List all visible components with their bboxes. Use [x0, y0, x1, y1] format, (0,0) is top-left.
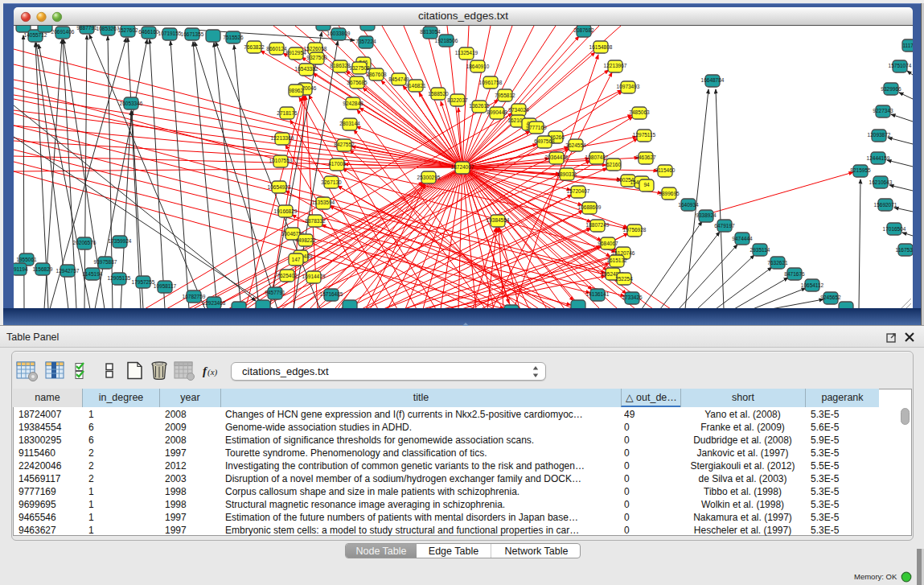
- svg-text:9115460: 9115460: [655, 167, 676, 173]
- svg-text:15692071: 15692071: [874, 202, 897, 208]
- svg-text:18807249: 18807249: [586, 222, 610, 228]
- svg-text:11353594: 11353594: [312, 200, 335, 205]
- svg-text:15226058: 15226058: [304, 46, 327, 51]
- svg-text:3267130: 3267130: [321, 179, 342, 185]
- svg-text:19166829: 19166829: [274, 208, 298, 214]
- svg-text:10654923: 10654923: [268, 184, 291, 190]
- svg-text:9245652: 9245652: [820, 295, 841, 300]
- svg-text:2935114: 2935114: [750, 247, 770, 253]
- svg-text:2803144: 2803144: [339, 121, 360, 126]
- svg-text:11325419: 11325419: [455, 50, 478, 56]
- svg-text:12975115: 12975115: [633, 132, 656, 138]
- svg-text:19756928: 19756928: [623, 227, 647, 233]
- svg-text:1167533: 1167533: [896, 247, 913, 253]
- svg-text:1615132: 1615132: [606, 257, 627, 263]
- svg-text:6497568: 6497568: [534, 138, 555, 144]
- svg-text:2087682: 2087682: [573, 27, 594, 33]
- svg-text:8990448: 8990448: [487, 109, 507, 115]
- svg-text:7485063: 7485063: [629, 109, 650, 115]
- svg-text:14136141: 14136141: [586, 291, 610, 297]
- svg-text:7515526: 7515526: [223, 35, 244, 40]
- svg-text:10107553: 10107553: [269, 158, 293, 163]
- svg-text:10719155: 10719155: [158, 31, 182, 36]
- svg-text:62160: 62160: [606, 162, 621, 167]
- svg-text:16210643: 16210643: [869, 179, 893, 185]
- svg-text:26053346: 26053346: [120, 101, 143, 106]
- svg-text:17957255: 17957255: [132, 279, 155, 285]
- svg-text:147: 147: [292, 257, 301, 262]
- svg-text:8322037: 8322037: [447, 97, 468, 103]
- svg-text:9327500: 9327500: [306, 55, 327, 60]
- svg-text:10973493: 10973493: [617, 84, 640, 89]
- svg-text:4498222: 4498222: [295, 237, 316, 243]
- svg-text:6479197: 6479197: [714, 223, 735, 229]
- svg-text:1145194: 1145194: [83, 271, 103, 277]
- svg-text:11174: 11174: [902, 43, 913, 48]
- svg-text:15716485: 15716485: [320, 291, 343, 297]
- svg-text:16648784: 16648784: [701, 77, 725, 83]
- svg-text:8878332: 8878332: [305, 218, 326, 224]
- svg-text:25300295: 25300295: [417, 175, 441, 180]
- svg-text:10688609: 10688609: [578, 204, 602, 210]
- svg-text:15751074: 15751074: [889, 63, 912, 68]
- svg-text:8427552: 8427552: [334, 142, 355, 147]
- svg-text:20364436: 20364436: [545, 154, 569, 160]
- svg-text:1890331: 1890331: [556, 171, 577, 177]
- svg-text:3675685: 3675685: [347, 80, 368, 85]
- svg-text:9474444: 9474444: [732, 236, 753, 241]
- svg-text:16671355: 16671355: [181, 31, 204, 37]
- svg-text:20206576: 20206576: [73, 240, 97, 245]
- svg-text:8186328: 8186328: [330, 63, 351, 68]
- svg-text:16154808: 16154808: [589, 44, 613, 50]
- svg-text:2718176: 2718176: [277, 110, 298, 116]
- svg-text:10853267: 10853267: [97, 26, 120, 31]
- svg-text:1733426: 1733426: [622, 295, 643, 300]
- svg-text:8660124: 8660124: [266, 46, 287, 51]
- svg-text:1640934: 1640934: [678, 202, 699, 208]
- svg-text:16782759: 16782759: [183, 294, 206, 299]
- svg-text:9457791: 9457791: [265, 290, 285, 295]
- svg-text:8215955: 8215955: [850, 167, 871, 173]
- svg-text:9887791: 9887791: [76, 26, 97, 31]
- svg-text:94: 94: [643, 182, 650, 187]
- svg-text:1362615: 1362615: [469, 103, 490, 109]
- svg-text:12923468: 12923468: [203, 300, 226, 306]
- svg-text:9327508: 9327508: [349, 65, 370, 71]
- svg-text:12213369: 12213369: [271, 135, 294, 141]
- svg-text:391194: 391194: [14, 266, 28, 272]
- svg-text:12093872: 12093872: [868, 132, 891, 138]
- svg-text:93975887: 93975887: [94, 259, 117, 265]
- svg-text:6466160: 6466160: [138, 29, 159, 35]
- svg-text:19218506: 19218506: [435, 38, 458, 43]
- svg-text:7357224: 7357224: [355, 39, 376, 44]
- svg-text:8813054: 8813054: [420, 29, 441, 35]
- svg-text:3624554: 3624554: [565, 142, 586, 148]
- svg-text:7663822: 7663822: [244, 44, 265, 50]
- svg-text:18724007: 18724007: [451, 164, 474, 170]
- svg-text:15720407: 15720407: [567, 188, 590, 194]
- svg-text:252254: 252254: [615, 276, 633, 282]
- svg-text:17016504: 17016504: [883, 226, 906, 232]
- svg-text:2867608: 2867608: [366, 72, 387, 77]
- svg-text:1527602: 1527602: [117, 27, 138, 33]
- svg-text:18640910: 18640910: [466, 64, 490, 69]
- svg-text:9463627: 9463627: [635, 154, 656, 160]
- svg-text:7632621: 7632621: [767, 260, 788, 266]
- svg-text:9242848: 9242848: [343, 101, 363, 106]
- svg-text:9329966: 9329966: [881, 86, 901, 92]
- svg-text:9899695: 9899695: [659, 191, 680, 196]
- svg-text:12444159: 12444159: [867, 155, 890, 161]
- svg-text:8471676: 8471676: [784, 271, 805, 277]
- svg-text:20691406: 20691406: [51, 29, 75, 35]
- svg-text:417008: 417008: [328, 161, 346, 167]
- svg-text:9734024: 9734024: [508, 107, 529, 113]
- svg-text:12905135: 12905135: [108, 275, 131, 281]
- svg-text:9684067: 9684067: [598, 241, 618, 246]
- svg-text:(x): (x): [207, 367, 218, 377]
- svg-text:10654112: 10654112: [801, 282, 824, 288]
- svg-text:19384554: 19384554: [487, 217, 510, 223]
- svg-text:7625402: 7625402: [277, 273, 298, 278]
- svg-text:8454749: 8454749: [388, 76, 409, 82]
- svg-text:12213967: 12213967: [604, 63, 627, 68]
- svg-text:9338924: 9338924: [696, 212, 717, 218]
